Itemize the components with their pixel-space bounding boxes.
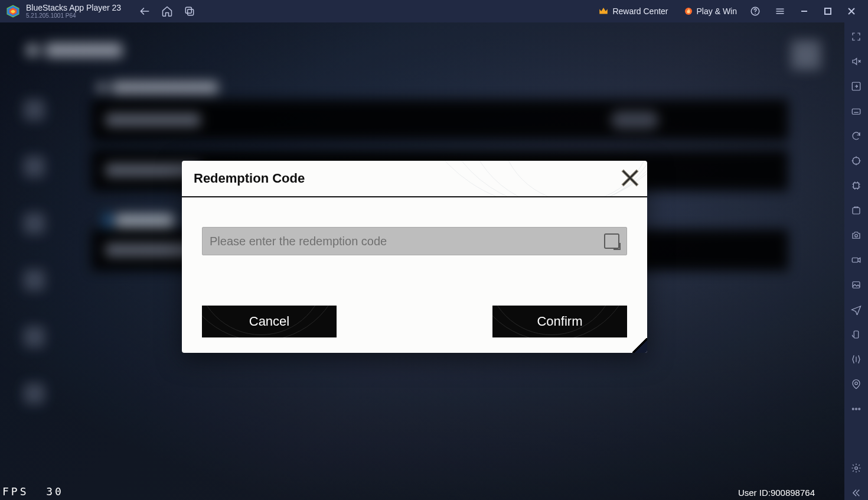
more-icon bbox=[851, 404, 862, 414]
bluestacks-logo-icon bbox=[5, 3, 21, 20]
svg-point-18 bbox=[855, 467, 858, 470]
maximize-icon bbox=[824, 7, 832, 15]
apk-icon bbox=[851, 205, 862, 216]
back-button[interactable] bbox=[139, 5, 151, 17]
rotate-icon bbox=[851, 329, 862, 340]
media-button[interactable] bbox=[849, 278, 863, 292]
apk-button[interactable] bbox=[849, 203, 863, 217]
volume-button[interactable] bbox=[849, 54, 863, 69]
video-icon bbox=[851, 255, 862, 265]
user-id-display: User ID:900898764 bbox=[738, 488, 815, 498]
cancel-button[interactable]: Cancel bbox=[202, 306, 337, 337]
title-block: BlueStacks App Player 23 5.21.205.1001 P… bbox=[26, 4, 121, 19]
crown-icon bbox=[598, 6, 609, 17]
fullscreen-icon bbox=[851, 31, 862, 42]
paste-button[interactable] bbox=[604, 233, 619, 249]
arrow-left-icon bbox=[139, 5, 151, 17]
volume-mute-icon bbox=[851, 56, 862, 67]
confirm-label: Confirm bbox=[537, 314, 582, 329]
fullscreen-button[interactable] bbox=[849, 30, 863, 44]
home-button[interactable] bbox=[161, 5, 173, 17]
modal-close-button[interactable] bbox=[620, 168, 640, 188]
help-icon bbox=[750, 6, 761, 17]
hamburger-button[interactable] bbox=[768, 6, 792, 17]
modal-title: Redemption Code bbox=[194, 171, 305, 186]
game-viewport: Redemption Code bbox=[0, 22, 844, 500]
collapse-button[interactable] bbox=[849, 486, 863, 500]
location-icon bbox=[851, 379, 862, 389]
keyboard-button[interactable] bbox=[849, 104, 863, 118]
aim-button[interactable] bbox=[849, 154, 863, 168]
plane-button[interactable] bbox=[849, 303, 863, 317]
modal-corner-decoration bbox=[632, 338, 647, 353]
fps-counter: FPS 30 bbox=[2, 485, 64, 498]
close-x-icon bbox=[620, 168, 640, 188]
plane-icon bbox=[851, 304, 862, 315]
play-win-label: Play & Win bbox=[697, 7, 737, 16]
fire-icon bbox=[684, 7, 693, 16]
titlebar: BlueStacks App Player 23 5.21.205.1001 P… bbox=[0, 0, 868, 22]
redemption-modal: Redemption Code bbox=[182, 161, 647, 353]
shake-icon bbox=[851, 354, 862, 365]
svg-rect-13 bbox=[854, 331, 859, 338]
svg-point-14 bbox=[855, 382, 858, 385]
arrow-box-icon bbox=[851, 81, 862, 92]
confirm-button[interactable]: Confirm bbox=[492, 306, 627, 337]
app-title: BlueStacks App Player 23 bbox=[26, 4, 121, 12]
modal-footer: Cancel Confirm bbox=[202, 306, 627, 337]
keyboard-icon bbox=[851, 106, 862, 116]
svg-rect-0 bbox=[185, 7, 191, 13]
record-button[interactable] bbox=[849, 253, 863, 267]
chevron-left-double-icon bbox=[851, 488, 862, 498]
rotate-button[interactable] bbox=[849, 327, 863, 342]
svg-rect-8 bbox=[854, 183, 859, 189]
svg-point-17 bbox=[859, 408, 860, 410]
minimize-button[interactable] bbox=[792, 0, 816, 22]
help-button[interactable] bbox=[743, 6, 768, 17]
home-icon bbox=[161, 5, 173, 17]
keymap-button[interactable] bbox=[849, 79, 863, 93]
svg-point-16 bbox=[856, 408, 857, 410]
gear-icon bbox=[851, 463, 862, 473]
close-window-button[interactable] bbox=[840, 0, 863, 22]
screenshot-button[interactable] bbox=[849, 228, 863, 242]
redemption-code-input[interactable] bbox=[210, 235, 604, 248]
reward-center-label: Reward Center bbox=[612, 7, 668, 16]
play-win-button[interactable]: Play & Win bbox=[678, 7, 743, 16]
location-button[interactable] bbox=[849, 377, 863, 391]
hamburger-icon bbox=[775, 6, 785, 17]
shake-button[interactable] bbox=[849, 352, 863, 366]
modal-overlay: Redemption Code bbox=[0, 22, 844, 500]
image-icon bbox=[851, 280, 862, 290]
close-icon bbox=[847, 7, 856, 15]
target-icon bbox=[851, 155, 862, 166]
memory-button[interactable] bbox=[849, 178, 863, 193]
svg-rect-11 bbox=[852, 258, 858, 262]
right-sidebar bbox=[844, 22, 868, 500]
sync-icon bbox=[851, 131, 862, 141]
more-button[interactable] bbox=[849, 402, 863, 416]
maximize-button[interactable] bbox=[816, 0, 840, 22]
minimize-icon bbox=[800, 7, 808, 15]
svg-rect-4 bbox=[825, 8, 831, 14]
sync-button[interactable] bbox=[849, 129, 863, 143]
modal-header: Redemption Code bbox=[182, 161, 647, 196]
camera-icon bbox=[851, 230, 862, 241]
svg-rect-9 bbox=[853, 208, 860, 215]
cancel-label: Cancel bbox=[249, 314, 289, 329]
svg-point-10 bbox=[855, 235, 858, 238]
code-input-wrap bbox=[202, 227, 627, 255]
reward-center-button[interactable]: Reward Center bbox=[592, 6, 674, 17]
svg-rect-1 bbox=[188, 9, 194, 15]
svg-point-7 bbox=[853, 157, 860, 164]
settings-button[interactable] bbox=[849, 461, 863, 475]
chip-icon bbox=[851, 180, 862, 191]
svg-point-15 bbox=[852, 408, 854, 410]
recent-apps-button[interactable] bbox=[184, 5, 195, 17]
svg-rect-6 bbox=[852, 109, 860, 114]
svg-rect-12 bbox=[853, 282, 860, 288]
recent-icon bbox=[184, 5, 195, 17]
modal-body bbox=[182, 197, 647, 267]
app-version: 5.21.205.1001 P64 bbox=[26, 13, 121, 19]
